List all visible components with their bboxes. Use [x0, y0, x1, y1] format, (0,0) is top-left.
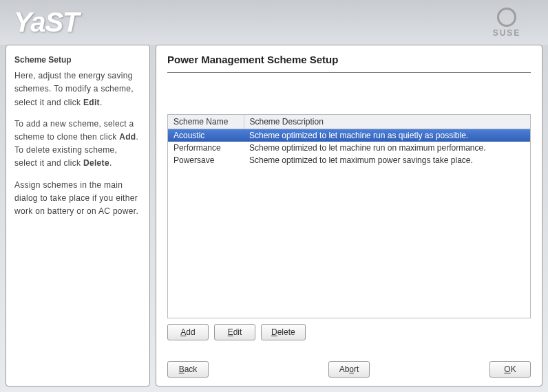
- column-header-name[interactable]: Scheme Name: [168, 115, 244, 129]
- suse-logo: SUSE: [479, 6, 534, 40]
- help-title: Scheme Setup: [14, 54, 141, 67]
- cell-scheme-name: Acoustic: [168, 129, 244, 142]
- help-panel: Scheme Setup Here, adjust the energy sav…: [6, 45, 150, 386]
- cell-scheme-desc: Scheme optimized to let maximum power sa…: [244, 154, 530, 166]
- app-header: YaST SUSE: [0, 0, 548, 45]
- yast-logo: YaST: [14, 7, 79, 38]
- abort-button[interactable]: Abort: [328, 361, 370, 378]
- help-paragraph-2: To add a new scheme, select a scheme to …: [14, 118, 141, 171]
- wizard-nav: Back Abort OK: [167, 361, 531, 378]
- edit-button[interactable]: Edit: [214, 324, 255, 340]
- cell-scheme-name: Powersave: [168, 154, 244, 166]
- help-paragraph-1: Here, adjust the energy saving schemes. …: [14, 69, 141, 109]
- help-paragraph-3: Assign schemes in the main dialog to tak…: [14, 179, 141, 219]
- table-row[interactable]: AcousticScheme optimized to let machine …: [168, 129, 530, 142]
- cell-scheme-name: Performance: [168, 142, 244, 154]
- page-title: Power Management Scheme Setup: [167, 54, 531, 73]
- cell-scheme-desc: Scheme optimized to let machine run as q…: [244, 129, 530, 142]
- scheme-button-row: Add Edit Delete: [167, 324, 531, 340]
- cell-scheme-desc: Scheme optimized to let machine run on m…: [244, 142, 530, 154]
- column-header-desc[interactable]: Scheme Description: [244, 115, 530, 129]
- back-button[interactable]: Back: [167, 361, 209, 378]
- scheme-table[interactable]: Scheme Name Scheme Description AcousticS…: [167, 114, 531, 318]
- add-button[interactable]: Add: [167, 324, 209, 340]
- delete-button[interactable]: Delete: [261, 324, 306, 340]
- table-row[interactable]: PerformanceScheme optimized to let machi…: [168, 142, 530, 154]
- main-panel: Power Management Scheme Setup Scheme Nam…: [156, 45, 542, 386]
- table-row[interactable]: PowersaveScheme optimized to let maximum…: [168, 154, 530, 166]
- ok-button[interactable]: OK: [489, 361, 531, 378]
